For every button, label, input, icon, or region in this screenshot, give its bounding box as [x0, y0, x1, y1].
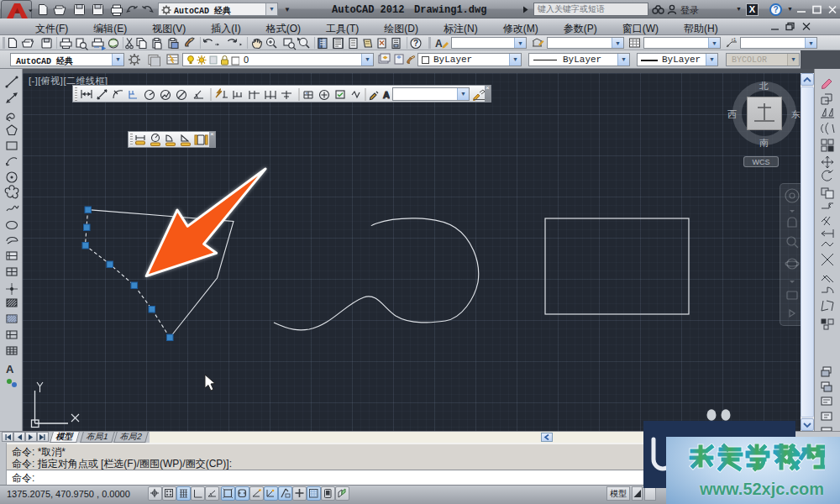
- svg-text:A: A: [383, 90, 390, 100]
- svg-text:?: ?: [413, 39, 418, 48]
- svg-text:r1: r1: [732, 37, 737, 42]
- svg-text:登录: 登录: [680, 5, 699, 15]
- svg-text:A: A: [6, 363, 14, 375]
- svg-text:A: A: [435, 38, 443, 50]
